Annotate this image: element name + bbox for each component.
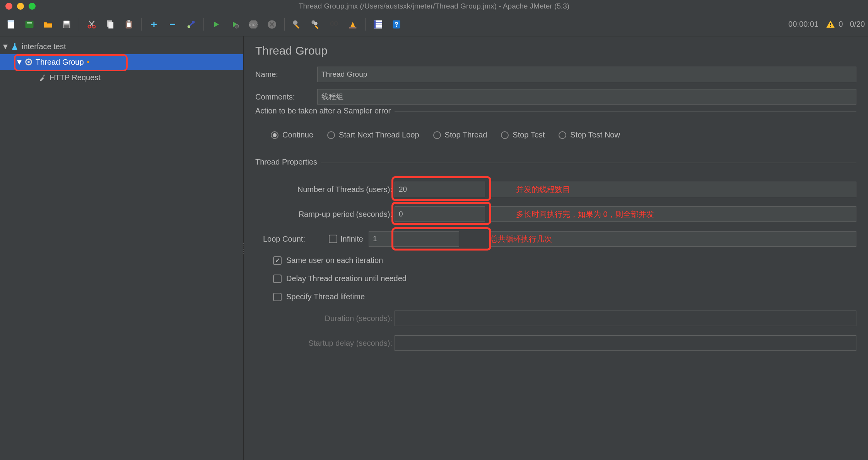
svg-rect-15 xyxy=(128,20,130,22)
svg-point-27 xyxy=(293,20,298,25)
caret-down-icon[interactable]: ▼ xyxy=(15,58,23,67)
pipette-icon xyxy=(37,73,48,82)
tree-item-label: interface test xyxy=(20,42,66,51)
same-user-checkbox[interactable] xyxy=(273,256,282,265)
svg-rect-5 xyxy=(64,21,69,23)
gear-icon xyxy=(23,58,34,66)
remove-button[interactable] xyxy=(165,17,180,32)
svg-point-44 xyxy=(830,26,831,27)
specify-lifetime-checkbox[interactable] xyxy=(273,293,282,301)
toolbar: STOP ? 00:00:01 0 0/20 xyxy=(0,12,868,36)
toggle-button[interactable] xyxy=(183,17,199,32)
search-button[interactable] xyxy=(326,17,342,32)
svg-rect-14 xyxy=(127,22,130,27)
templates-button[interactable] xyxy=(22,17,37,32)
function-helper-button[interactable] xyxy=(370,17,386,32)
window-titlebar: Thread Group.jmx (/Users/austsxk/jmeter/… xyxy=(0,0,868,12)
modified-indicator: • xyxy=(87,58,90,67)
stop-button[interactable]: STOP xyxy=(246,17,261,32)
svg-rect-47 xyxy=(43,74,45,77)
num-threads-label: Number of Threads (users): xyxy=(255,185,395,194)
tree-item-thread-group[interactable]: ▼ Thread Group • xyxy=(0,54,243,70)
reset-search-button[interactable] xyxy=(345,17,361,32)
thread-counter: 0/20 xyxy=(850,20,865,29)
svg-point-21 xyxy=(192,21,195,23)
svg-rect-2 xyxy=(26,21,34,28)
save-button[interactable] xyxy=(59,17,74,32)
caret-down-icon[interactable]: ▼ xyxy=(2,42,9,51)
svg-rect-12 xyxy=(108,22,113,28)
sampler-error-legend: Action to be taken after a Sampler error xyxy=(255,106,395,115)
window-maximize-button[interactable] xyxy=(29,3,36,10)
svg-point-30 xyxy=(314,22,317,25)
warning-badge[interactable]: 0 xyxy=(825,19,843,29)
svg-rect-6 xyxy=(64,25,69,28)
comments-label: Comments: xyxy=(255,93,317,101)
svg-text:STOP: STOP xyxy=(249,23,258,26)
loop-count-label: Loop Count: xyxy=(255,235,329,244)
panel-heading: Thread Group xyxy=(255,44,856,57)
loop-count-input[interactable] xyxy=(369,231,459,247)
radio-continue[interactable]: Continue xyxy=(271,130,313,139)
num-threads-input[interactable] xyxy=(395,182,485,197)
svg-point-22 xyxy=(235,24,239,28)
infinite-label: Infinite xyxy=(340,235,363,244)
svg-point-20 xyxy=(188,25,190,28)
sampler-error-fieldset: Action to be taken after a Sampler error… xyxy=(255,112,856,147)
delay-creation-label: Delay Thread creation until needed xyxy=(286,274,407,283)
svg-rect-1 xyxy=(8,20,14,22)
elapsed-timer: 00:00:01 xyxy=(788,20,818,29)
svg-rect-35 xyxy=(349,27,357,29)
shutdown-button[interactable] xyxy=(264,17,280,32)
tree-item-label: HTTP Request xyxy=(48,73,101,82)
annotation-text: 并发的线程数目 xyxy=(516,184,570,195)
window-title: Thread Group.jmx (/Users/austsxk/jmeter/… xyxy=(299,2,569,10)
tree-item-label: Thread Group xyxy=(34,58,84,67)
start-no-pause-button[interactable] xyxy=(227,17,243,32)
add-button[interactable] xyxy=(146,17,162,32)
comments-input[interactable] xyxy=(317,89,856,105)
test-plan-tree[interactable]: ▼ interface test ▼ Thread Group • HTTP R… xyxy=(0,36,244,460)
startup-delay-input xyxy=(395,335,856,351)
clear-all-button[interactable] xyxy=(308,17,323,32)
svg-rect-3 xyxy=(27,22,32,24)
warning-icon xyxy=(825,19,836,29)
svg-text:?: ? xyxy=(395,21,398,27)
tree-item-test-plan[interactable]: ▼ interface test xyxy=(0,39,243,54)
svg-rect-31 xyxy=(315,25,319,29)
flask-icon xyxy=(9,42,20,51)
annotation-text: 多长时间执行完，如果为 0，则全部并发 xyxy=(516,209,654,220)
duration-input xyxy=(395,311,856,326)
tree-item-http-request[interactable]: HTTP Request xyxy=(0,70,243,85)
window-close-button[interactable] xyxy=(5,3,12,10)
rampup-label: Ramp-up period (seconds): xyxy=(255,210,395,219)
same-user-label: Same user on each iteration xyxy=(286,256,383,265)
paste-button[interactable] xyxy=(121,17,137,32)
radio-stop-thread[interactable]: Stop Thread xyxy=(433,130,487,139)
thread-properties-legend: Thread Properties xyxy=(255,158,321,166)
open-button[interactable] xyxy=(40,17,56,32)
startup-delay-label: Startup delay (seconds): xyxy=(255,339,395,348)
radio-stop-test[interactable]: Stop Test xyxy=(501,130,545,139)
infinite-checkbox[interactable] xyxy=(329,235,337,243)
window-minimize-button[interactable] xyxy=(17,3,24,10)
start-button[interactable] xyxy=(208,17,224,32)
new-file-button[interactable] xyxy=(3,17,19,32)
svg-point-46 xyxy=(27,61,30,63)
radio-start-next[interactable]: Start Next Thread Loop xyxy=(327,130,419,139)
cut-button[interactable] xyxy=(84,17,99,32)
clear-button[interactable] xyxy=(289,17,305,32)
specify-lifetime-label: Specify Thread lifetime xyxy=(286,292,365,301)
svg-rect-28 xyxy=(295,24,299,29)
rampup-input[interactable] xyxy=(395,206,485,222)
help-button[interactable]: ? xyxy=(389,17,404,32)
copy-button[interactable] xyxy=(103,17,118,32)
name-input[interactable] xyxy=(317,67,856,82)
name-label: Name: xyxy=(255,70,317,79)
duration-label: Duration (seconds): xyxy=(255,314,395,323)
annotation-text: 总共循环执行几次 xyxy=(490,234,552,244)
thread-properties-fieldset: Thread Properties Number of Threads (use… xyxy=(255,163,856,351)
editor-panel: Thread Group Name: Comments: Action to b… xyxy=(244,36,868,460)
delay-creation-checkbox[interactable] xyxy=(273,275,282,283)
radio-stop-test-now[interactable]: Stop Test Now xyxy=(559,130,620,139)
